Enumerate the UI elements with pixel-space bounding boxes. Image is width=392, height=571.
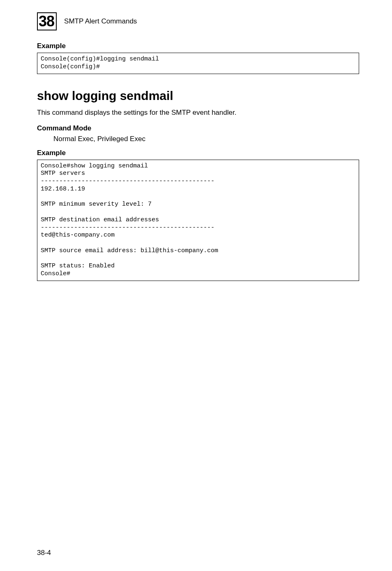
command-mode-label: Command Mode xyxy=(37,124,359,132)
chapter-title: SMTP Alert Commands xyxy=(64,17,137,26)
example-label-2: Example xyxy=(37,149,359,157)
code-block-2: Console#show logging sendmail SMTP serve… xyxy=(37,160,359,281)
page-header: 38 SMTP Alert Commands xyxy=(37,12,359,30)
section-description: This command displays the settings for t… xyxy=(37,109,359,117)
page-number: 38-4 xyxy=(37,549,51,557)
section-heading: show logging sendmail xyxy=(37,89,359,103)
code-block-1: Console(config)#logging sendmail Console… xyxy=(37,53,359,74)
chapter-number-box: 38 xyxy=(37,12,57,30)
example-label-1: Example xyxy=(37,42,359,50)
command-mode-value: Normal Exec, Privileged Exec xyxy=(53,135,359,143)
